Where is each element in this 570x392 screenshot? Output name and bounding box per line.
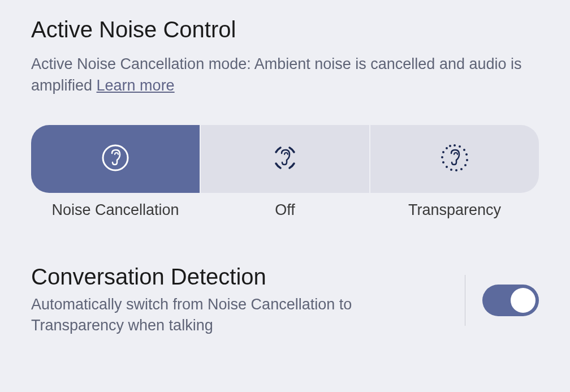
svg-point-8 [455, 169, 457, 171]
ear-dotted-icon [440, 143, 469, 175]
ear-dashed-icon [270, 143, 300, 175]
divider [465, 275, 465, 326]
svg-point-3 [463, 149, 465, 151]
mode-transparency[interactable] [370, 125, 539, 193]
mode-selector [31, 125, 539, 193]
learn-more-link[interactable]: Learn more [97, 77, 175, 94]
conversation-detection-description: Automatically switch from Noise Cancella… [31, 294, 448, 337]
svg-point-9 [450, 169, 452, 171]
mode-noise-cancellation[interactable] [31, 125, 200, 193]
svg-point-1 [454, 144, 456, 147]
mode-label-off: Off [201, 201, 369, 219]
svg-point-7 [460, 168, 463, 170]
conversation-detection-title: Conversation Detection [31, 264, 448, 290]
svg-point-14 [446, 147, 448, 149]
active-noise-control-section: Active Noise Control Active Noise Cancel… [31, 17, 539, 219]
active-noise-control-description: Active Noise Cancellation mode: Ambient … [31, 54, 539, 97]
svg-point-4 [465, 153, 468, 156]
toggle-knob [511, 288, 536, 313]
conversation-detection-toggle[interactable] [482, 285, 539, 316]
svg-point-6 [464, 164, 467, 166]
mode-off[interactable] [201, 125, 369, 193]
svg-point-15 [449, 145, 451, 147]
mode-labels: Noise Cancellation Off Transparency [31, 201, 539, 219]
svg-point-5 [466, 159, 468, 161]
svg-point-13 [442, 151, 444, 153]
active-noise-control-title: Active Noise Control [31, 17, 539, 42]
svg-point-12 [441, 156, 443, 158]
svg-point-10 [446, 166, 448, 168]
svg-point-2 [459, 145, 461, 148]
mode-label-noise-cancellation: Noise Cancellation [31, 201, 200, 219]
ear-solid-icon [101, 143, 130, 175]
conversation-detection-section: Conversation Detection Automatically swi… [31, 264, 539, 337]
mode-label-transparency: Transparency [370, 201, 539, 219]
svg-point-0 [103, 145, 128, 170]
conversation-detection-text: Conversation Detection Automatically swi… [31, 264, 465, 337]
svg-point-11 [442, 161, 444, 163]
